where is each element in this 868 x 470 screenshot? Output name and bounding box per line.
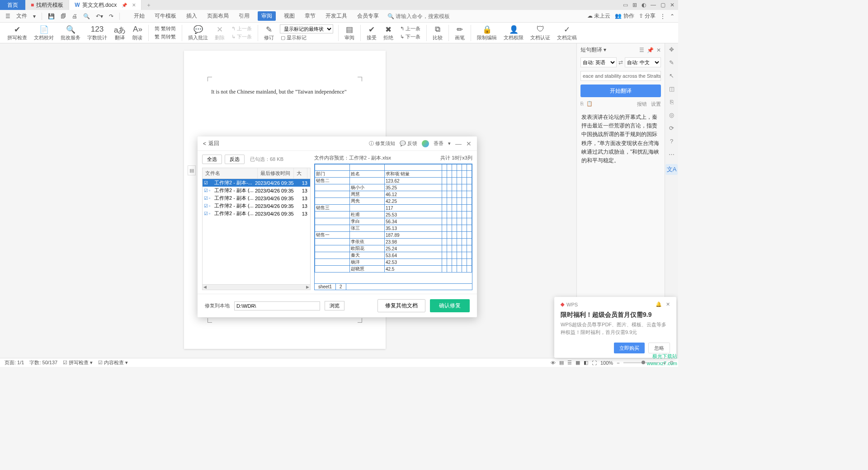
strip-cursor-icon[interactable]: ↖ <box>669 72 674 79</box>
tab-home[interactable]: 首页 <box>0 0 25 10</box>
tab-start[interactable]: 开始 <box>132 11 146 21</box>
track-changes-button[interactable]: ✎修订 <box>261 25 277 41</box>
tab-insert[interactable]: 插入 <box>184 11 199 21</box>
doc-auth-button[interactable]: 🛡文档认证 <box>528 25 553 41</box>
zoom-out-icon[interactable]: − <box>617 360 619 366</box>
view-web-icon[interactable]: ▦ <box>576 360 580 366</box>
fullscreen-icon[interactable]: ⛶ <box>592 360 597 366</box>
minimize-icon[interactable]: — <box>651 2 656 8</box>
translate-button[interactable]: 开始翻译 <box>580 85 661 97</box>
read-aloud-button[interactable]: A»朗读 <box>130 25 145 41</box>
strip-select-icon[interactable]: ✥ <box>669 46 674 53</box>
repair-path-input[interactable] <box>234 301 320 310</box>
tab-section[interactable]: 章节 <box>303 11 317 21</box>
from-lang-select[interactable]: 自动: 英语 <box>580 57 617 67</box>
file-row[interactable]: ☑▫工作簿2 - 副本 (...2023/04/26 09:3513 <box>203 210 310 217</box>
content-check-toggle[interactable]: ☑ 内容检查 ▾ <box>98 359 128 366</box>
zoom-level[interactable]: 100% <box>600 360 613 366</box>
trad-to-simp-button[interactable]: 简 繁转简 <box>154 25 177 33</box>
panel-close-icon[interactable]: ✕ <box>656 47 661 53</box>
promo-close-icon[interactable]: ✕ <box>666 301 670 307</box>
print-icon[interactable]: 🖨 <box>70 12 79 20</box>
doc-permission-button[interactable]: 👤文档权限 <box>501 25 526 41</box>
more-icon[interactable]: ⋮ <box>660 13 665 19</box>
view-print-icon[interactable]: ☰ <box>567 360 572 366</box>
strip-more-icon[interactable]: ⋯ <box>669 151 675 158</box>
track-display-select[interactable]: 显示标记的最终状态 <box>280 24 333 33</box>
col-size[interactable]: 大 <box>294 168 307 179</box>
window-grid-icon[interactable]: ⊞ <box>632 2 637 8</box>
show-markup-button[interactable]: ▢ 显示标记 <box>280 34 333 42</box>
dialog-minimize-icon[interactable]: — <box>455 140 462 147</box>
file-row[interactable]: ☑▫工作簿2 - 副本-...2023/04/26 09:3513 <box>203 179 310 187</box>
window-layout-icon[interactable]: ▭ <box>623 2 628 8</box>
to-lang-select[interactable]: 自动: 中文 <box>625 57 661 67</box>
simp-to-trad-button[interactable]: 繁 简转繁 <box>154 33 177 41</box>
confirm-repair-button[interactable]: 确认修复 <box>430 299 470 312</box>
repair-other-button[interactable]: 修复其他文档 <box>377 299 425 312</box>
panel-pin-icon[interactable]: 📌 <box>647 47 654 53</box>
page-indicator[interactable]: 页面: 1/1 <box>5 359 24 366</box>
sheet-tab-1[interactable]: sheet1 <box>315 284 336 290</box>
ink-button[interactable]: ✏画笔 <box>452 25 467 41</box>
file-row[interactable]: ☑▫工作簿2 - 副本 (...2023/04/26 09:3513 <box>203 202 310 210</box>
review-pane-button[interactable]: ▤审阅 <box>342 25 357 41</box>
col-date[interactable]: 最后修改时间 <box>258 168 294 179</box>
delete-comment-button[interactable]: ✕删除 <box>212 25 227 41</box>
tab-keniu[interactable]: 可牛模板 <box>153 11 178 21</box>
save-icon[interactable]: 💾 <box>46 12 57 20</box>
horizontal-scrollbar[interactable]: ◀▶ <box>203 284 310 290</box>
side-handle-icon[interactable]: ▤ <box>188 165 196 175</box>
translate-input[interactable]: eace and stability across the Straits. × <box>580 71 661 81</box>
strip-translate-icon[interactable]: 文A <box>665 164 678 175</box>
prev-change-button[interactable]: ↰ 上一条 <box>399 25 421 33</box>
new-tab-button[interactable]: ＋ <box>142 1 156 9</box>
spell-check-toggle[interactable]: ☑ 拼写检查 ▾ <box>63 359 93 366</box>
pin-icon[interactable]: 📌 <box>122 3 127 8</box>
invert-select-button[interactable]: 反选 <box>225 155 245 164</box>
strip-location-icon[interactable]: ◎ <box>669 112 674 118</box>
collab-button[interactable]: 👥 协作 <box>615 12 634 20</box>
restrict-edit-button[interactable]: 🔒限制编辑 <box>474 25 500 41</box>
feedback-link[interactable]: 💬 反馈 <box>400 140 417 147</box>
avatar-icon[interactable] <box>422 140 429 147</box>
reject-button[interactable]: ✖拒绝 <box>381 25 396 41</box>
window-user-icon[interactable]: ◐ <box>642 2 646 8</box>
copy-icon[interactable]: ⎘ <box>580 101 584 108</box>
panel-list-icon[interactable]: ☰ <box>639 47 644 53</box>
next-change-button[interactable]: ↳ 下一条 <box>399 33 421 41</box>
insert-comment-button[interactable]: 💬插入批注 <box>185 25 211 41</box>
view-eye-icon[interactable]: 👁 <box>551 360 556 366</box>
promo-bell-icon[interactable]: 🔔 <box>656 301 662 307</box>
document-text[interactable]: It is not the Chinese mainland, but the … <box>211 89 347 95</box>
compare-button[interactable]: ⧉比较 <box>430 25 445 41</box>
close-icon[interactable]: × <box>132 1 136 9</box>
tab-devtools[interactable]: 开发工具 <box>324 11 349 21</box>
tab-template[interactable]: ■ 找稻壳模板 <box>25 0 69 10</box>
tab-layout[interactable]: 页面布局 <box>205 11 231 21</box>
strip-clip-icon[interactable]: ⎘ <box>670 99 674 105</box>
back-button[interactable]: < 返回 <box>203 140 219 147</box>
file-row[interactable]: ☑▫工作簿2 - 副本 (...2023/04/26 09:3513 <box>203 187 310 194</box>
print-preview-icon[interactable]: 🔍 <box>81 12 92 20</box>
paste-icon[interactable]: 📋 <box>586 101 593 108</box>
sheet-tab-2[interactable]: 2 <box>336 284 346 290</box>
view-read-icon[interactable]: ▤ <box>559 360 564 366</box>
search-input[interactable] <box>396 13 450 19</box>
strip-layers-icon[interactable]: ◫ <box>669 85 675 92</box>
strip-refresh-icon[interactable]: ⟳ <box>669 125 674 132</box>
promo-buy-button[interactable]: 立即购买 <box>614 343 645 353</box>
word-count-indicator[interactable]: 字数: 50/137 <box>29 359 57 366</box>
command-search[interactable]: 🔍 <box>387 13 450 19</box>
strip-style-icon[interactable]: ✎ <box>669 59 674 66</box>
maximize-icon[interactable]: ▢ <box>660 2 665 8</box>
correction-service-button[interactable]: 🔍批改服务 <box>58 25 83 41</box>
tab-document[interactable]: W 英文文档.docx 📌 × <box>69 0 142 10</box>
repair-notice-link[interactable]: ⓘ 修复须知 <box>369 140 395 147</box>
collapse-ribbon-icon[interactable]: ⌃ <box>670 13 675 19</box>
file-menu-dropdown-icon[interactable]: ▾ <box>31 12 38 20</box>
save-as-icon[interactable]: 🗐 <box>59 12 68 20</box>
word-count-button[interactable]: 123字数统计 <box>85 25 110 41</box>
dialog-close-icon[interactable]: ✕ <box>466 140 472 147</box>
cloud-status[interactable]: ☁ 未上云 <box>587 12 610 20</box>
